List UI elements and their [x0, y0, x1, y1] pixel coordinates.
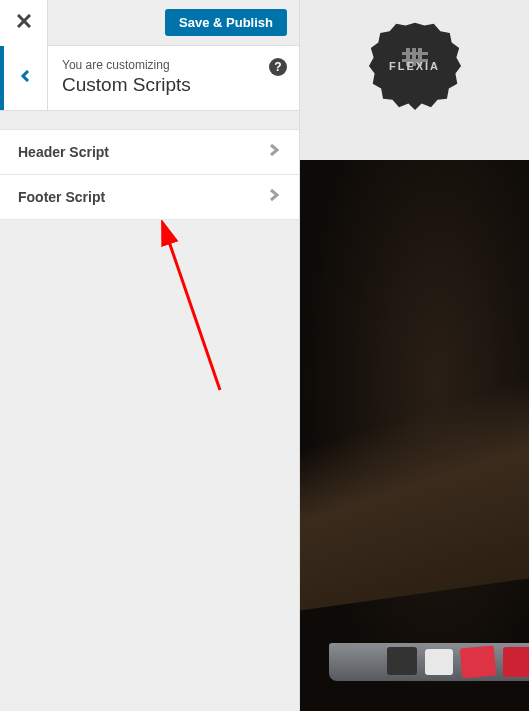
spacer: [0, 111, 299, 129]
help-icon: ?: [274, 60, 281, 74]
section-label: Header Script: [18, 144, 109, 160]
sticker: [425, 649, 453, 675]
panel-header: You are customizing Custom Scripts ?: [0, 46, 299, 111]
sticker: [460, 646, 496, 679]
save-publish-button[interactable]: Save & Publish: [165, 9, 287, 36]
section-footer-script[interactable]: Footer Script: [0, 175, 299, 220]
chevron-right-icon: [267, 143, 281, 161]
panel-header-text: You are customizing Custom Scripts ?: [48, 46, 299, 110]
brand-badge: FLEXIA: [368, 18, 462, 112]
desk-surface: [300, 267, 529, 615]
close-button[interactable]: [0, 0, 48, 46]
laptop-base: [329, 643, 529, 681]
sticker: [503, 647, 529, 677]
close-icon: [17, 12, 31, 33]
panel-subtitle: You are customizing: [62, 58, 285, 72]
preview-pane[interactable]: FLEXIA: [300, 0, 529, 711]
back-button[interactable]: [0, 46, 48, 110]
chevron-left-icon: [18, 68, 34, 88]
sticker: [387, 647, 417, 675]
section-header-script[interactable]: Header Script: [0, 129, 299, 175]
brand-name: FLEXIA: [389, 60, 440, 72]
help-button[interactable]: ?: [269, 58, 287, 76]
svg-line-2: [165, 230, 220, 390]
topbar: Save & Publish: [0, 0, 299, 46]
chevron-right-icon: [267, 188, 281, 206]
section-label: Footer Script: [18, 189, 105, 205]
preview-bg-dark: [300, 160, 529, 711]
laptop: [329, 643, 529, 703]
svg-rect-6: [402, 52, 428, 55]
customizer-sidebar: Save & Publish You are customizing Custo…: [0, 0, 300, 711]
annotation-arrow: [120, 220, 240, 400]
panel-title: Custom Scripts: [62, 74, 285, 96]
